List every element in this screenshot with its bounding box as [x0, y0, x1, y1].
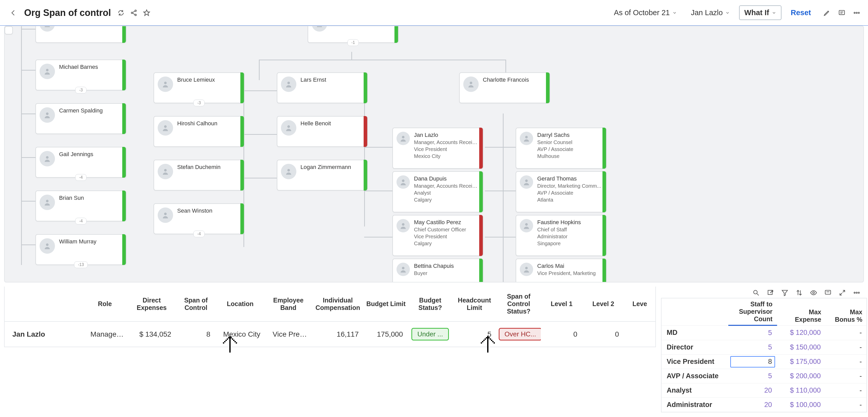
avatar-icon [158, 207, 173, 223]
org-node[interactable]: Charlotte Francois [459, 72, 550, 103]
svg-point-31 [525, 136, 528, 138]
span-status-pill: Over HC... [499, 328, 541, 341]
svg-point-15 [46, 113, 49, 115]
org-node[interactable]: Stefan Duchemin [154, 160, 245, 191]
col-bstatus[interactable]: Budget Status? [408, 287, 452, 321]
avatar-icon [39, 238, 55, 254]
avatar-icon [520, 263, 533, 276]
detail-row[interactable]: Jan Lazlo Manager, ... $ 134,052 8 Mexic… [5, 321, 655, 347]
reset-button[interactable]: Reset [786, 6, 816, 20]
right-row[interactable]: AVP / Associate5$ 200,000- [661, 369, 867, 383]
col-band[interactable]: Employee Band [265, 287, 312, 321]
what-if-dropdown[interactable]: What If [739, 5, 781, 20]
svg-point-48 [856, 292, 858, 293]
page-title: Org Span of control [24, 7, 111, 18]
avatar-icon [39, 107, 55, 123]
avatar-icon [397, 132, 410, 145]
org-node[interactable]: Bruce Lemieux -3 [154, 72, 245, 103]
org-node[interactable]: Logan Zimmermann [277, 160, 368, 191]
refresh-icon[interactable] [117, 9, 125, 17]
svg-marker-39 [782, 290, 787, 296]
more-icon[interactable] [853, 289, 860, 296]
star-icon[interactable] [143, 9, 151, 17]
org-node[interactable]: Dana Dupuis Manager, Accounts Receiv... … [393, 171, 483, 212]
more-icon[interactable] [853, 9, 860, 17]
col-expenses[interactable]: Direct Expenses [127, 287, 177, 321]
col-span[interactable]: Span of Control [177, 287, 215, 321]
col-role[interactable]: Role [83, 287, 127, 321]
svg-point-34 [525, 267, 528, 269]
svg-point-29 [402, 223, 404, 226]
eye-icon[interactable] [810, 289, 817, 296]
col-max-expense[interactable]: Max Expense [777, 298, 826, 325]
org-node[interactable]: -1 [308, 26, 399, 43]
right-row[interactable]: Director5$ 150,000- [661, 340, 867, 355]
expand-icon[interactable] [839, 289, 846, 296]
col-location[interactable]: Location [215, 287, 265, 321]
sort-icon[interactable] [796, 289, 803, 296]
search-icon[interactable] [752, 289, 760, 296]
svg-point-18 [46, 244, 49, 246]
org-node[interactable]: Darryl Sachs Senior Counsel AVP / Associ… [516, 128, 607, 169]
svg-point-30 [402, 267, 404, 269]
share-icon[interactable] [130, 9, 138, 17]
svg-point-24 [287, 125, 290, 128]
right-row[interactable]: Vice President$ 175,000- [661, 355, 867, 369]
right-row[interactable]: MD5$ 120,000- [661, 325, 867, 340]
col-staff-to-supervisor[interactable]: Staff to Supervisor Count [728, 298, 777, 325]
org-node[interactable]: May Castillo Perez Chief Customer Office… [393, 215, 483, 256]
svg-point-23 [287, 82, 290, 84]
header-bar: Org Span of control As of October 21 Jan… [0, 0, 868, 26]
org-node[interactable]: Hiroshi Calhoun [154, 116, 245, 147]
right-row[interactable]: Analyst20$ 110,000- [661, 383, 867, 398]
export-icon[interactable] [767, 289, 774, 296]
org-node[interactable]: Helle Benoit [277, 116, 368, 147]
svg-point-49 [858, 292, 860, 293]
detail-header-row: Role Direct Expenses Span of Control Loc… [5, 287, 655, 321]
org-node[interactable]: Gail Jennings -4 [35, 147, 126, 178]
org-node[interactable]: Carmen Spalding [35, 103, 126, 134]
org-node[interactable]: Bettina Chapuis Buyer [393, 259, 483, 283]
org-node[interactable]: Jan Lazlo Manager, Accounts Receiv... Vi… [393, 128, 483, 169]
col-lvl2[interactable]: Level 2 [583, 287, 624, 321]
org-chart[interactable]: -1 Michael Barnes -3 Carmen Spalding Gai… [4, 26, 864, 283]
org-node[interactable]: Brian Sun -4 [35, 191, 126, 221]
col-hcstatus[interactable]: Span of Control Status? [497, 287, 541, 321]
chevron-down-icon [725, 10, 730, 15]
org-node[interactable] [35, 26, 126, 43]
col-budget[interactable]: Budget Limit [364, 287, 408, 321]
as-of-dropdown[interactable]: As of October 21 [610, 6, 682, 20]
col-comp[interactable]: Individual Compensation [312, 287, 364, 321]
org-node[interactable]: Sean Winston -4 [154, 203, 245, 234]
avatar-icon [520, 132, 533, 145]
svg-point-11 [858, 12, 860, 13]
col-hclimit[interactable]: Headcount Limit [452, 287, 496, 321]
org-node[interactable]: William Murray -13 [35, 234, 126, 265]
svg-point-42 [813, 292, 814, 294]
back-button[interactable] [8, 7, 19, 19]
avatar-icon [158, 120, 173, 136]
avatar-icon [281, 120, 296, 136]
org-node[interactable]: Gerard Thomas Director, Marketing Comm..… [516, 171, 607, 212]
right-row[interactable]: Administrator20$ 100,000- [661, 398, 867, 412]
filter-icon[interactable] [781, 289, 788, 296]
org-node[interactable]: Michael Barnes -3 [35, 60, 126, 90]
org-node[interactable]: Lars Ernst [277, 72, 368, 103]
svg-point-16 [46, 156, 49, 159]
edit-icon[interactable] [823, 9, 831, 17]
svg-line-45 [843, 290, 845, 292]
col-lvl3[interactable]: Leve [624, 287, 655, 321]
svg-point-47 [854, 292, 856, 293]
col-lvl1[interactable]: Level 1 [541, 287, 583, 321]
svg-point-17 [46, 200, 49, 202]
org-node[interactable]: Faustine Hopkins Chief of Staff Administ… [516, 215, 607, 256]
org-node[interactable]: Carlos Mai Vice President, Marketing [516, 259, 607, 283]
avatar-icon [463, 76, 479, 92]
staff-count-input[interactable] [730, 356, 775, 367]
user-dropdown[interactable]: Jan Lazlo [686, 6, 735, 20]
comment-icon[interactable] [838, 9, 845, 17]
comment-icon[interactable] [824, 289, 832, 296]
avatar-icon [158, 164, 173, 179]
svg-point-35 [754, 290, 757, 294]
col-max-bonus[interactable]: Max Bonus % [826, 298, 867, 325]
